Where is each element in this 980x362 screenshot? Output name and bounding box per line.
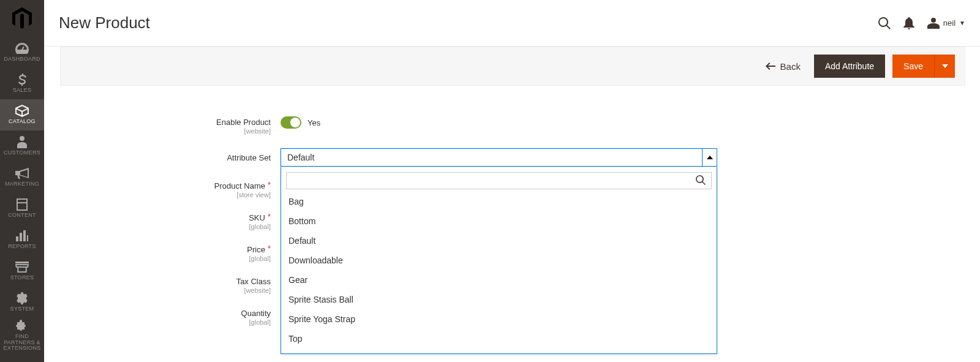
- bell-icon[interactable]: [897, 11, 921, 36]
- back-button[interactable]: Back: [766, 61, 801, 72]
- attribute-set-option[interactable]: Bottom: [286, 211, 712, 231]
- search-icon[interactable]: [872, 11, 897, 36]
- nav-label: CONTENT: [7, 213, 37, 219]
- nav-customers[interactable]: CUSTOMERS: [0, 130, 44, 162]
- attribute-set-option[interactable]: Downloadable: [286, 251, 712, 270]
- attribute-set-option[interactable]: Sprite Stasis Ball: [286, 290, 712, 309]
- enable-product-value: Yes: [307, 118, 320, 127]
- scope-enable-product: [website]: [123, 127, 271, 135]
- attribute-set-options: Bag Bottom Default Downloadable Gear Spr…: [286, 192, 712, 349]
- attribute-set-option[interactable]: Sprite Yoga Strap: [286, 309, 712, 329]
- avatar-icon: [927, 18, 940, 29]
- nav-reports[interactable]: REPORTS: [0, 224, 44, 255]
- account-menu[interactable]: neil ▼: [927, 18, 965, 29]
- nav-label: DASHBOARD: [2, 56, 42, 62]
- nav-partners[interactable]: FIND PARTNERS & EXTENSIONS: [0, 318, 44, 353]
- scope-quantity: [global]: [123, 319, 271, 326]
- admin-sidebar: DASHBOARD SALES CATALOG CUSTOMERS MARKET…: [0, 0, 44, 362]
- nav-label: SYSTEM: [9, 306, 36, 312]
- search-icon: [696, 175, 706, 187]
- nav-dashboard[interactable]: DASHBOARD: [0, 37, 44, 68]
- page-actions: Back Add Attribute Save: [60, 47, 965, 86]
- gauge-icon: [15, 42, 29, 55]
- megaphone-icon: [15, 167, 29, 179]
- nav-label: FIND PARTNERS & EXTENSIONS: [0, 334, 44, 352]
- nav-label: MARKETING: [4, 181, 40, 187]
- nav-system[interactable]: SYSTEM: [0, 287, 44, 318]
- nav-label: REPORTS: [7, 244, 37, 250]
- nav-label: CATALOG: [7, 119, 37, 125]
- page-header: New Product neil ▼: [44, 0, 980, 47]
- required-marker: *: [268, 180, 271, 189]
- arrow-left-icon: [766, 62, 775, 70]
- page-title: New Product: [59, 13, 150, 32]
- attribute-set-select: Default Bag Bottom Defau: [281, 148, 717, 167]
- page-icon: [15, 198, 29, 211]
- gear-icon: [15, 292, 29, 304]
- caret-down-icon: ▼: [959, 20, 965, 26]
- field-attribute-set: Attribute Set Default: [123, 148, 735, 167]
- save-button[interactable]: Save: [892, 55, 934, 78]
- scope-sku: [global]: [123, 223, 271, 230]
- puzzle-icon: [15, 320, 29, 332]
- add-attribute-button[interactable]: Add Attribute: [814, 55, 885, 78]
- label-sku: SKU: [249, 213, 265, 222]
- nav-marketing[interactable]: MARKETING: [0, 162, 44, 193]
- product-form: Enable Product [website] Yes Attribute S…: [123, 116, 735, 339]
- nav-stores[interactable]: STORES: [0, 255, 44, 287]
- attribute-set-toggle-button[interactable]: [703, 148, 717, 167]
- nav-sales[interactable]: SALES: [0, 68, 44, 99]
- nav-label: SALES: [12, 88, 33, 94]
- required-marker: *: [268, 212, 271, 221]
- dollar-icon: [15, 74, 29, 86]
- label-tax-class: Tax Class: [236, 277, 271, 286]
- scope-price: [global]: [123, 255, 271, 262]
- attribute-set-option[interactable]: Default: [286, 231, 712, 251]
- attribute-set-search-input[interactable]: [286, 172, 712, 189]
- attribute-set-option[interactable]: Bag: [286, 192, 712, 211]
- nav-label: STORES: [9, 275, 36, 281]
- bar-chart-icon: [15, 230, 29, 242]
- label-product-name: Product Name: [214, 181, 265, 190]
- scope-tax-class: [website]: [123, 287, 271, 294]
- required-marker: *: [268, 244, 271, 253]
- scope-product-name: [store view]: [123, 191, 271, 198]
- attribute-set-selected[interactable]: Default: [281, 148, 703, 167]
- label-price: Price: [247, 245, 265, 254]
- field-enable-product: Enable Product [website] Yes: [123, 116, 735, 135]
- attribute-set-option[interactable]: Top: [286, 329, 712, 349]
- box-icon: [15, 105, 29, 117]
- label-enable-product: Enable Product: [216, 118, 271, 127]
- magento-logo[interactable]: [0, 0, 44, 37]
- storefront-icon: [15, 261, 29, 273]
- attribute-set-dropdown: Bag Bottom Default Downloadable Gear Spr…: [281, 167, 717, 354]
- nav-content[interactable]: CONTENT: [0, 193, 44, 224]
- label-attribute-set: Attribute Set: [227, 153, 271, 162]
- caret-down-icon: [942, 64, 948, 68]
- person-icon: [15, 136, 29, 148]
- caret-up-icon: [707, 156, 713, 159]
- enable-product-toggle[interactable]: [281, 116, 301, 129]
- user-name: neil: [943, 18, 956, 28]
- attribute-set-option[interactable]: Gear: [286, 270, 712, 290]
- nav-catalog[interactable]: CATALOG: [0, 99, 44, 130]
- save-options-button[interactable]: [934, 55, 955, 78]
- nav-label: CUSTOMERS: [2, 150, 42, 156]
- label-quantity: Quantity: [241, 309, 271, 318]
